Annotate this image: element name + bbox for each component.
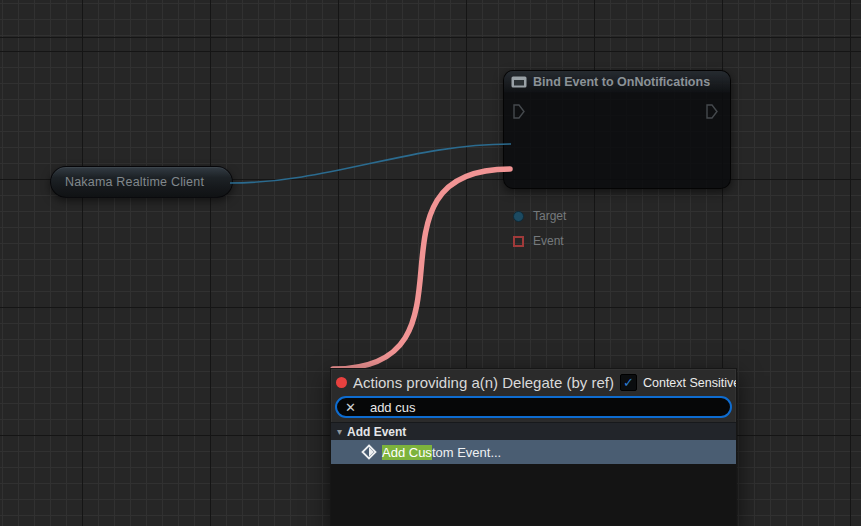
context-menu-title: Actions providing a(n) Delegate (by ref) bbox=[353, 374, 614, 391]
exec-out-pin[interactable] bbox=[706, 104, 718, 119]
event-pin-row: Event bbox=[513, 234, 564, 248]
event-pin-label: Event bbox=[533, 234, 564, 248]
target-pin-row: Target bbox=[513, 209, 566, 223]
clear-search-icon[interactable]: ✕ bbox=[345, 400, 356, 415]
context-menu-title-row: Actions providing a(n) Delegate (by ref)… bbox=[331, 369, 736, 396]
bind-event-icon bbox=[511, 76, 527, 88]
wire-target-connection[interactable] bbox=[230, 144, 511, 183]
search-box[interactable]: ✕ bbox=[335, 396, 732, 418]
exec-in-pin[interactable] bbox=[513, 104, 525, 119]
category-add-event[interactable]: ▾ Add Event bbox=[331, 422, 736, 440]
wire-delegate-drag[interactable] bbox=[333, 169, 510, 369]
target-pin[interactable] bbox=[513, 211, 524, 222]
event-delegate-pin[interactable] bbox=[513, 236, 524, 247]
target-pin-label: Target bbox=[533, 209, 566, 223]
menu-item-label: Add Custom Event... bbox=[382, 445, 501, 460]
check-icon: ✓ bbox=[623, 376, 634, 389]
node-title: Bind Event to OnNotifications bbox=[533, 75, 710, 89]
chevron-down-icon: ▾ bbox=[337, 427, 342, 437]
blueprint-graph[interactable]: Nakama Realtime Client Bind Event to OnN… bbox=[0, 0, 861, 526]
node-header: Bind Event to OnNotifications bbox=[504, 71, 730, 93]
context-sensitive-label: Context Sensitive bbox=[643, 376, 736, 390]
menu-item-add-custom-event[interactable]: Add Custom Event... bbox=[331, 440, 736, 464]
category-label: Add Event bbox=[347, 425, 406, 439]
menu-empty-area bbox=[331, 464, 736, 525]
context-menu: Actions providing a(n) Delegate (by ref)… bbox=[330, 368, 737, 526]
delegate-dot-icon bbox=[336, 377, 347, 388]
variable-node-title: Nakama Realtime Client bbox=[65, 175, 218, 189]
node-nakama-realtime-client[interactable]: Nakama Realtime Client bbox=[50, 166, 233, 198]
node-bind-event-to-onnotifications[interactable]: Bind Event to OnNotifications Target Eve… bbox=[503, 70, 731, 189]
context-sensitive-checkbox[interactable]: ✓ bbox=[620, 374, 637, 391]
search-input[interactable] bbox=[370, 400, 722, 415]
search-match-highlight: Add Cus bbox=[382, 445, 432, 460]
custom-event-icon bbox=[361, 444, 377, 460]
